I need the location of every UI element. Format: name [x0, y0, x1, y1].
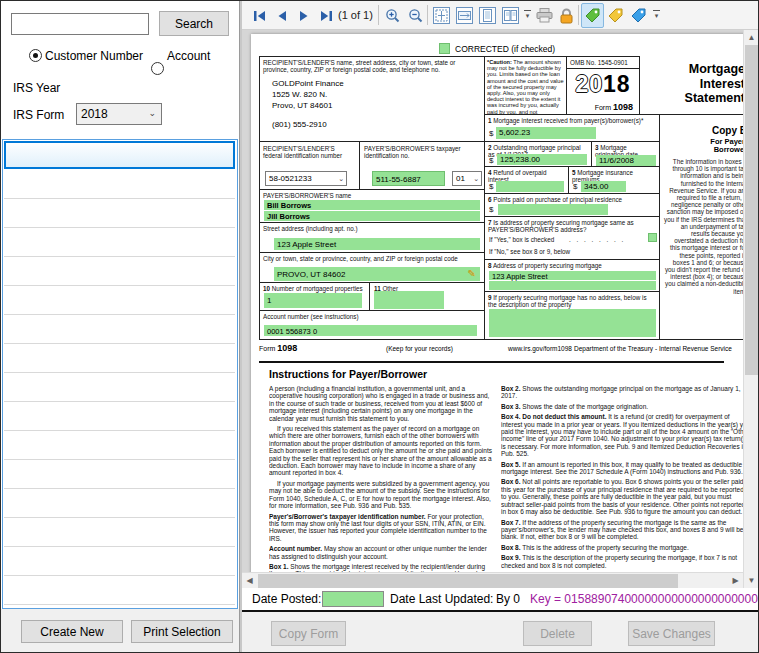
account-field[interactable]: 0001 556873 0 [264, 325, 477, 336]
recipient-name: GOLDPoint Finance [272, 79, 344, 88]
payer-name1-field[interactable]: Bill Borrows [264, 200, 480, 210]
box4-cell: 4 Refund of overpaid interest $ [484, 166, 569, 194]
scroll-right-icon[interactable]: ▶ [728, 573, 743, 588]
recipient-label: RECIPIENT'S/LENDER'S name, street addres… [260, 57, 484, 75]
vertical-scrollbar[interactable]: ▲ ▼ [743, 30, 758, 588]
next-page-icon[interactable] [293, 5, 314, 26]
toolbar-separator [578, 5, 579, 25]
form-word: Form [595, 104, 611, 111]
scroll-up-icon[interactable]: ▲ [744, 30, 758, 45]
box11-value-field[interactable] [374, 291, 444, 309]
previous-page-icon[interactable] [271, 5, 292, 26]
search-button[interactable]: Search [159, 11, 229, 36]
irs-year-dropdown[interactable]: 2018 ⌄ [76, 103, 162, 125]
toolbar-separator [378, 5, 379, 25]
search-input[interactable] [11, 13, 149, 35]
omb-cell: OMB No. 1545-0901 2018 Form 1098 [566, 56, 640, 115]
action-button-bar: Copy Form Delete Save Changes [242, 614, 758, 652]
box6-value-field[interactable] [498, 204, 608, 215]
payer-name2: Jill Borrows [264, 211, 480, 221]
lock-icon[interactable] [556, 5, 577, 26]
box1-value-field[interactable]: 5,602.23 [496, 127, 596, 139]
last-page-icon[interactable] [315, 5, 336, 26]
box10-label: Number of mortgaged properties [270, 285, 363, 292]
payer-name2-field[interactable]: Jill Borrows [264, 211, 480, 221]
account-value: 0001 556873 0 [264, 325, 477, 336]
box8-cell: 8 Address of property securing mortgage … [484, 259, 660, 292]
toolbar-overflow-icon[interactable]: ▾ [652, 10, 661, 22]
tag-yellow-icon[interactable] [605, 5, 626, 26]
document-toolbar: (1 of 1) ▾ [242, 1, 758, 30]
box3-value-field[interactable]: 11/6/2008 [596, 155, 656, 166]
scroll-down-icon[interactable]: ▼ [744, 573, 758, 588]
box10-11-cell: 10 Number of mortgaged properties 11 Oth… [259, 282, 485, 311]
recipient-address2: Provo, UT 84601 [272, 101, 332, 110]
corrected-checkbox[interactable] [439, 43, 450, 54]
date-posted-field[interactable] [322, 591, 384, 607]
tag-blue-icon[interactable] [628, 5, 649, 26]
horizontal-scrollbar[interactable]: ◀ ▶ [242, 572, 743, 588]
results-list[interactable] [2, 139, 238, 609]
street-field[interactable]: 123 Apple Street [274, 238, 480, 250]
first-page-icon[interactable] [249, 5, 270, 26]
box10-value-field[interactable]: 1 [264, 293, 362, 308]
box2-value-field[interactable]: 125,238.00 [497, 154, 587, 165]
box4-value-field[interactable] [496, 181, 564, 192]
recipient-phone: (801) 555-2910 [272, 120, 327, 129]
vertical-scrollbar-thumb[interactable] [745, 45, 758, 375]
box3-value: 11/6/2008 [596, 155, 656, 165]
recipient-tin-dropdown[interactable]: 58-0521233 ⌄ [265, 171, 347, 186]
tin-suffix-dropdown[interactable]: 01 ⌄ [452, 171, 482, 186]
customer-number-radio-label: Customer Number [45, 49, 143, 63]
box8-label: Address of property securing mortgage [492, 262, 602, 269]
delete-button[interactable]: Delete [523, 621, 592, 646]
right-panel: (1 of 1) ▾ [242, 1, 758, 652]
account-radio-label: Account [167, 49, 210, 63]
city-field[interactable]: PROVO, UT 84602 ✎ [274, 267, 480, 281]
box5-value-field[interactable]: 345.00 [581, 181, 626, 192]
payer-tin-value: 511-55-6887 [373, 172, 444, 184]
account-radio[interactable] [151, 62, 164, 75]
box7-checkbox[interactable] [648, 233, 657, 242]
box8-value-field[interactable]: 123 Apple Street [489, 271, 656, 280]
two-page-icon[interactable] [500, 5, 521, 26]
list-empty-rows [4, 170, 235, 608]
scroll-left-icon[interactable]: ◀ [242, 573, 257, 588]
irs-year-label: IRS Year [13, 81, 60, 95]
payer-tin-field[interactable]: 511-55-6887 [372, 171, 445, 186]
customer-number-radio[interactable] [29, 49, 42, 62]
list-item-selected[interactable] [4, 141, 235, 169]
copy-form-button[interactable]: Copy Form [271, 621, 346, 646]
create-new-button[interactable]: Create New [21, 620, 123, 643]
box7-dot-leaders: . . . . . . . . [569, 236, 625, 243]
box5-value: 345.00 [581, 181, 626, 191]
box3-cell: 3 Mortgage origination date 11/6/2008 [591, 141, 660, 167]
print-icon[interactable] [534, 5, 555, 26]
single-page-icon[interactable] [477, 5, 498, 26]
section-divider [259, 361, 724, 363]
recipient-cell: RECIPIENT'S/LENDER'S name, street addres… [259, 56, 485, 142]
zoom-out-icon[interactable] [405, 5, 426, 26]
edit-pencil-icon[interactable]: ✎ [468, 268, 476, 279]
horizontal-scrollbar-thumb[interactable] [258, 574, 678, 588]
fit-page-icon[interactable] [431, 5, 452, 26]
box8-value-field2[interactable] [489, 281, 656, 290]
box9-value-field[interactable] [489, 309, 656, 337]
form-1098-page: CORRECTED (if checked) RECIPIENT'S/LENDE… [251, 34, 757, 586]
fit-width-icon[interactable] [454, 5, 475, 26]
toolbar-overflow-icon[interactable]: ▾ [523, 10, 532, 22]
zoom-in-icon[interactable] [382, 5, 403, 26]
date-posted-label: Date Posted: [252, 592, 321, 606]
box6-label: Points paid on purchase of principal res… [492, 196, 623, 203]
footer-treasury-line: Department of the Treasury - Internal Re… [574, 345, 732, 352]
footer-form-number: Form 1098 [259, 343, 297, 353]
save-changes-button[interactable]: Save Changes [628, 621, 715, 646]
city-cell: City or town, state or province, country… [259, 252, 485, 283]
left-panel-footer: Create New Print Selection [1, 609, 239, 652]
account-cell: Account number (see instructions) 0001 5… [259, 310, 485, 340]
box5-cell: 5 Mortgage insurance premiums $ 345.00 [568, 166, 660, 194]
tag-green-icon[interactable] [581, 3, 604, 28]
application-window: Search Customer Number Account IRS Year … [0, 0, 759, 653]
box1-value: 5,602.23 [496, 127, 596, 137]
print-selection-button[interactable]: Print Selection [131, 620, 233, 643]
